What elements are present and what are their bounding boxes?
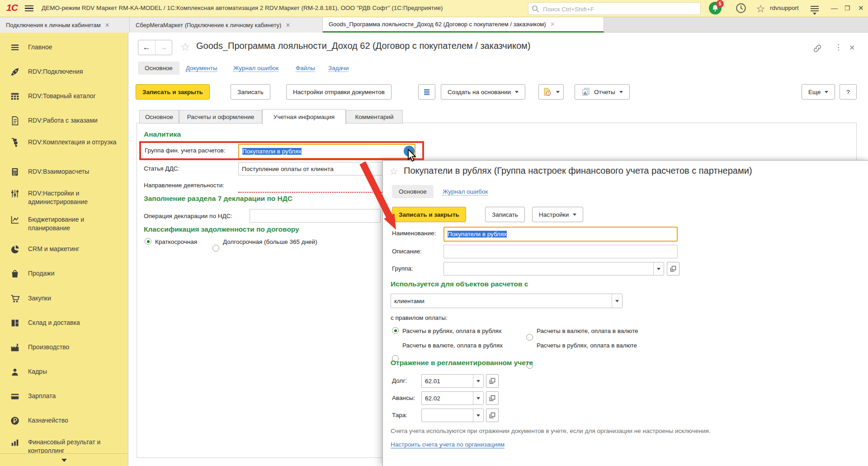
vat-operation-field[interactable] (250, 209, 381, 223)
functions-menu-icon[interactable] (811, 5, 819, 15)
dialog-save-button[interactable]: Записать (485, 207, 525, 222)
advances-open-button[interactable] (486, 391, 499, 405)
advances-account-combo[interactable]: 62.02 (421, 391, 484, 405)
close-window-button[interactable]: ✕ (858, 4, 864, 13)
dropdown-cell[interactable] (473, 409, 483, 422)
tara-account-label: Тара: (392, 412, 407, 418)
debt-section-heading: Классификация задолженности по договору (144, 225, 299, 233)
vat-operation-label: Операция декларации по НДС: (144, 213, 232, 219)
titlebar: 1С ДЕМО-режим RDV Маркет RM-KA-MODEL / 1… (0, 0, 868, 17)
factory-icon (10, 342, 20, 352)
sidebar-scroll-down[interactable] (0, 453, 128, 466)
dropdown-cell[interactable] (473, 375, 483, 387)
radio-long-term[interactable] (212, 245, 219, 252)
radio-cur-cur[interactable] (526, 334, 533, 341)
dds-article-value: Поступление оплаты от клиента (242, 166, 334, 172)
maximize-button[interactable]: ❐ (844, 4, 850, 13)
tara-open-button[interactable] (486, 409, 499, 422)
accounts-note: Счета учета используются при отражении д… (391, 428, 711, 434)
window-title: ДЕМО-режим RDV Маркет RM-KA-MODEL / 1С:К… (42, 5, 443, 11)
chevron-down-icon (515, 91, 519, 93)
dialog-save-close-button[interactable]: Записать и закрыть (392, 207, 466, 222)
back-button[interactable]: ← (138, 40, 156, 55)
chevron-down-icon (615, 300, 619, 302)
radio-short-term[interactable] (145, 238, 151, 245)
close-tab-icon[interactable]: ✕ (105, 22, 110, 29)
dialog-nav-error-log[interactable]: Журнал ошибок (443, 188, 488, 195)
tab-settlements[interactable]: Расчеты и оформление (179, 110, 262, 124)
description-label: Описание: (392, 248, 422, 255)
section-panel: Главное RDV:Подключения RDV:Товарный кат… (0, 33, 128, 466)
favorite-star-icon[interactable]: ☆ (180, 42, 190, 52)
activity-direction-label: Направление деятельности: (144, 182, 224, 189)
calculator-icon (10, 167, 20, 177)
form-nav-files[interactable]: Файлы (296, 65, 315, 72)
window-tab-connections[interactable]: Подключения к личным кабинетам ✕ (0, 17, 130, 33)
tara-account-combo[interactable] (421, 409, 484, 422)
tab-accounting-info[interactable]: Учетная информация (262, 109, 346, 124)
search-input[interactable] (542, 4, 698, 14)
description-field[interactable] (443, 245, 678, 258)
doc-clock-icon (542, 87, 552, 96)
close-tab-icon[interactable]: ✕ (285, 22, 290, 29)
related-list-button[interactable] (418, 84, 435, 100)
kebab-menu-icon[interactable]: ⋮ (835, 43, 842, 52)
current-user[interactable]: rdvsupport (770, 5, 799, 11)
open-in-list-icon (670, 266, 676, 272)
radio-rub-rub[interactable] (392, 327, 399, 334)
payment-card-icon (10, 391, 20, 401)
advances-account-label: Авансы: (392, 395, 415, 401)
form-nav-main[interactable]: Основное (138, 62, 179, 75)
debt-account-combo[interactable]: 62.01 (421, 374, 484, 388)
dropdown-cell[interactable] (612, 294, 622, 308)
activity-direction-field[interactable] (238, 179, 383, 193)
dds-article-field[interactable]: Поступление оплаты от клиента (238, 162, 383, 176)
forward-button[interactable]: → (156, 40, 172, 55)
main-menu-icon[interactable] (25, 4, 33, 13)
favorites-star-icon[interactable]: ☆ (756, 2, 765, 15)
form-nav-documents[interactable]: Документы (186, 65, 217, 72)
mouse-cursor-icon (407, 149, 418, 162)
group-combo[interactable] (443, 262, 664, 276)
save-close-button[interactable]: Записать и закрыть (136, 84, 210, 100)
favorite-star-icon[interactable]: ☆ (389, 166, 398, 177)
window-tab-sbermegamarket[interactable]: СберМегаМаркет (Подключение к личному ка… (130, 17, 323, 33)
usage-heading: Используется для объектов расчетов с (391, 280, 528, 288)
usage-combo[interactable]: клиентами (391, 294, 623, 308)
chevron-down-icon (573, 214, 576, 216)
send-settings-button[interactable]: Настройки отправки документов (286, 84, 392, 100)
form-nav-tasks[interactable]: Задачи (328, 65, 349, 72)
save-button[interactable]: Записать (231, 84, 270, 100)
window-tab-goods-contract[interactable]: Goods_Программа лояльности_Доход 62 (Дог… (323, 17, 604, 33)
open-in-list-icon (489, 378, 495, 384)
history-icon[interactable] (735, 2, 747, 15)
reports-button[interactable]: Отчеты (575, 84, 630, 100)
radio-rub-rub-label: Расчеты в рублях, оплата в рублях (402, 328, 502, 334)
schedule-doc-button[interactable] (538, 84, 564, 100)
dropdown-cell[interactable] (653, 262, 664, 275)
get-link-icon[interactable] (812, 43, 822, 55)
chevron-down-icon (619, 91, 623, 93)
dropdown-cell[interactable] (473, 392, 483, 404)
global-search[interactable] (528, 2, 701, 15)
tab-comment[interactable]: Комментарий (346, 110, 403, 124)
help-button[interactable]: ? (840, 84, 857, 100)
close-form-icon[interactable]: ✕ (849, 43, 855, 52)
tab-main[interactable]: Основное (139, 110, 179, 124)
radio-long-term-label: Долгосрочная (больше 365 дней) (223, 238, 317, 245)
name-field[interactable]: Покупатели в рублях (443, 227, 678, 242)
create-based-on-button[interactable]: Создать на основании (441, 84, 525, 100)
configure-accounts-link[interactable]: Настроить счета учета по организациям (391, 441, 505, 448)
dialog-nav-main[interactable]: Основное (392, 185, 434, 198)
dialog-settings-button[interactable]: Настройки (532, 207, 583, 222)
history-nav-group: ← → (138, 40, 172, 55)
close-tab-icon[interactable]: ✕ (550, 21, 555, 28)
debt-open-button[interactable] (486, 374, 499, 388)
form-nav-error-log[interactable]: Журнал ошибок (233, 65, 278, 72)
more-button[interactable]: Еще (802, 84, 835, 100)
rocket-icon (10, 67, 20, 77)
minimize-button[interactable]: — (831, 4, 838, 13)
search-icon (532, 5, 539, 13)
group-open-button[interactable] (667, 262, 679, 276)
radio-cur-cur-label: Расчеты в валюте, оплата в валюте (537, 328, 638, 334)
